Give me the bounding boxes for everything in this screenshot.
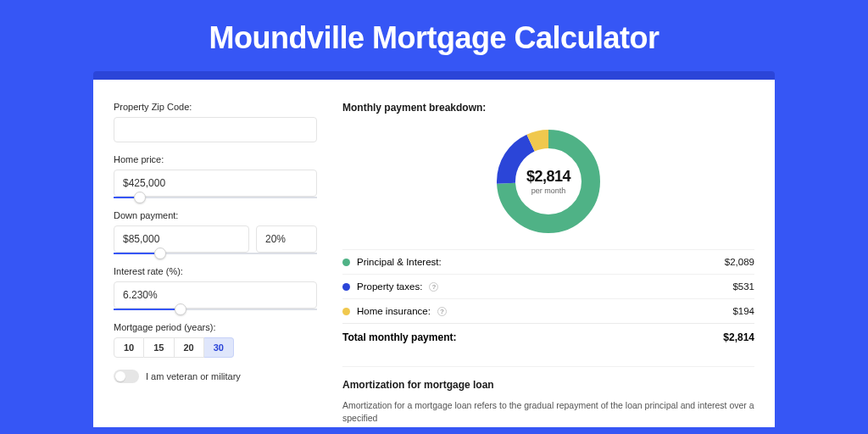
interest-rate-field: Interest rate (%): xyxy=(114,266,317,310)
breakdown-row-insurance: Home insurance: ? $194 xyxy=(342,298,754,323)
amortization-heading: Amortization for mortgage loan xyxy=(342,379,754,391)
slider-thumb[interactable] xyxy=(134,192,146,203)
donut-sublabel: per month xyxy=(531,186,566,195)
down-payment-label: Down payment: xyxy=(114,210,317,220)
period-15-button[interactable]: 15 xyxy=(144,337,174,358)
zip-label: Property Zip Code: xyxy=(114,102,317,112)
input-column: Property Zip Code: Home price: Down paym… xyxy=(114,102,317,427)
dot-icon xyxy=(342,259,350,266)
total-value: $2,814 xyxy=(723,331,754,343)
amortization-body: Amortization for a mortgage loan refers … xyxy=(342,399,754,425)
interest-rate-input[interactable] xyxy=(114,281,317,309)
page-title: Moundville Mortgage Calculator xyxy=(0,0,868,71)
interest-rate-slider[interactable] xyxy=(114,309,317,310)
breakdown-row-taxes: Property taxes: ? $531 xyxy=(342,274,754,298)
slider-thumb[interactable] xyxy=(175,303,186,315)
breakdown-label: Home insurance: xyxy=(357,306,431,316)
breakdown-row-principal: Principal & Interest: $2,089 xyxy=(342,249,754,274)
donut-chart: $2,814 per month xyxy=(496,129,601,234)
home-price-field: Home price: xyxy=(114,154,317,198)
amortization-section: Amortization for mortgage loan Amortizat… xyxy=(342,366,754,425)
breakdown-value: $194 xyxy=(732,306,754,316)
down-payment-input[interactable] xyxy=(114,225,249,253)
donut-chart-container: $2,814 per month xyxy=(342,120,754,249)
home-price-slider[interactable] xyxy=(114,197,317,198)
card-shadow: Property Zip Code: Home price: Down paym… xyxy=(93,71,775,427)
zip-input[interactable] xyxy=(114,117,317,142)
breakdown-column: Monthly payment breakdown: $2,814 per mo… xyxy=(342,102,754,427)
mortgage-period-field: Mortgage period (years): 10 15 20 30 xyxy=(114,322,317,358)
breakdown-value: $531 xyxy=(732,281,754,292)
breakdown-total-row: Total monthly payment: $2,814 xyxy=(342,323,754,351)
home-price-label: Home price: xyxy=(114,154,317,164)
mortgage-period-label: Mortgage period (years): xyxy=(114,322,317,332)
donut-center: $2,814 per month xyxy=(496,129,601,234)
slider-thumb[interactable] xyxy=(154,248,166,259)
interest-rate-label: Interest rate (%): xyxy=(114,266,317,276)
breakdown-heading: Monthly payment breakdown: xyxy=(342,102,754,114)
veteran-toggle[interactable] xyxy=(114,370,139,383)
info-icon[interactable]: ? xyxy=(429,282,438,292)
dot-icon xyxy=(342,283,350,291)
veteran-label: I am veteran or military xyxy=(146,371,241,381)
breakdown-value: $2,089 xyxy=(725,257,754,267)
period-30-button[interactable]: 30 xyxy=(204,337,234,358)
total-label: Total monthly payment: xyxy=(342,331,456,343)
calculator-card: Property Zip Code: Home price: Down paym… xyxy=(93,80,775,427)
info-icon[interactable]: ? xyxy=(437,307,447,316)
down-payment-slider[interactable] xyxy=(114,253,317,254)
down-payment-pct-input[interactable] xyxy=(256,225,317,253)
donut-amount: $2,814 xyxy=(526,168,570,186)
dot-icon xyxy=(342,308,350,315)
period-10-button[interactable]: 10 xyxy=(114,337,144,358)
breakdown-label: Property taxes: xyxy=(357,281,422,292)
period-20-button[interactable]: 20 xyxy=(175,337,204,358)
toggle-knob xyxy=(115,371,125,381)
veteran-toggle-row: I am veteran or military xyxy=(114,370,317,383)
zip-field: Property Zip Code: xyxy=(114,102,317,142)
down-payment-field: Down payment: xyxy=(114,210,317,254)
breakdown-label: Principal & Interest: xyxy=(357,257,442,267)
period-button-group: 10 15 20 30 xyxy=(114,337,317,358)
